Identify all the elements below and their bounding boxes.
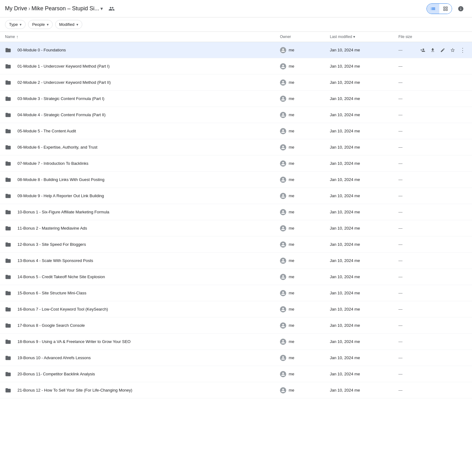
table-row[interactable]: 04-Module 4 - Strategic Content Formula … [0, 107, 472, 123]
table-row[interactable]: 09-Module 9 - Help A Reporter Out Link B… [0, 188, 472, 204]
folder-icon-cell [5, 63, 17, 69]
more-options-button[interactable]: ⋮ [458, 337, 467, 346]
table-row[interactable]: 08-Module 8 - Building Links With Guest … [0, 172, 472, 188]
table-row[interactable]: 05-Module 5 - The Content Audit me Jan 1… [0, 123, 472, 139]
file-name: 04-Module 4 - Strategic Content Formula … [17, 112, 280, 117]
more-options-button[interactable]: ⋮ [458, 321, 467, 330]
file-name: 02-Module 2 - Undercover Keyword Method … [17, 80, 280, 85]
rename-button[interactable] [438, 46, 447, 55]
table-row[interactable]: 12-Bonus 3 - Site Speed For Bloggers me … [0, 236, 472, 253]
last-modified: Jan 10, 2024 me [330, 388, 398, 393]
more-options-button[interactable]: ⋮ [458, 354, 467, 362]
more-options-button[interactable]: ⋮ [458, 111, 467, 119]
row-actions-cell: ⋮ [442, 46, 467, 55]
view-toggle [426, 3, 452, 14]
file-owner: me [280, 387, 330, 393]
last-modified: Jan 10, 2024 me [330, 129, 398, 133]
breadcrumb-chevron-icon[interactable]: ▾ [100, 6, 103, 12]
table-row[interactable]: 02-Module 2 - Undercover Keyword Method … [0, 74, 472, 91]
row-actions-cell: ⋮ [442, 370, 467, 378]
type-filter-button[interactable]: Type ▾ [5, 20, 26, 29]
file-size: — [398, 388, 442, 393]
download-button[interactable] [428, 46, 437, 55]
owner-name: me [289, 64, 294, 69]
more-options-button[interactable]: ⋮ [458, 240, 467, 249]
more-options-button[interactable]: ⋮ [458, 256, 467, 265]
file-owner: me [280, 355, 330, 361]
row-actions: ⋮ [418, 46, 467, 55]
avatar [280, 128, 286, 134]
file-name: 11-Bonus 2 - Mastering Mediavine Ads [17, 226, 280, 231]
more-options-button[interactable]: ⋮ [458, 289, 467, 298]
folder-icon-cell [5, 160, 17, 167]
more-options-button[interactable]: ⋮ [458, 192, 467, 200]
row-actions-cell: ⋮ [442, 175, 467, 184]
file-name: 14-Bonus 5 - Credit Takeoff Niche Site E… [17, 274, 280, 279]
table-row[interactable]: 17-Bonus 8 - Google Search Console me Ja… [0, 317, 472, 334]
table-row[interactable]: 06-Module 6 - Expertise, Authority, and … [0, 139, 472, 155]
more-options-button[interactable]: ⋮ [458, 208, 467, 217]
folder-icon-cell [5, 290, 17, 296]
more-options-button[interactable]: ⋮ [458, 305, 467, 314]
manage-people-button[interactable] [105, 2, 118, 15]
row-actions-cell: ⋮ [442, 273, 467, 281]
people-filter-button[interactable]: People ▾ [28, 20, 52, 29]
owner-column-header: Owner [280, 35, 330, 39]
more-options-button[interactable]: ⋮ [458, 159, 467, 168]
table-row[interactable]: 00-Module 0 - Foundations me Jan 10, 202… [0, 42, 472, 58]
more-options-button[interactable]: ⋮ [458, 224, 467, 233]
more-options-button[interactable]: ⋮ [458, 143, 467, 152]
file-owner: me [280, 371, 330, 377]
avatar [280, 355, 286, 361]
table-row[interactable]: 13-Bonus 4 - Scale With Sponsored Posts … [0, 253, 472, 269]
folder-icon-cell [5, 177, 17, 183]
more-options-button[interactable]: ⋮ [458, 386, 467, 395]
file-size: — [398, 355, 442, 360]
grid-view-button[interactable] [439, 4, 452, 14]
more-options-button[interactable]: ⋮ [458, 46, 467, 55]
star-button[interactable] [448, 46, 457, 55]
owner-name: me [289, 193, 294, 198]
last-modified: Jan 10, 2024 me [330, 64, 398, 69]
file-name: 18-Bonus 9 - Using a VA & Freelance Writ… [17, 339, 280, 344]
table-row[interactable]: 21-Bonus 12 - How To Sell Your Site (For… [0, 382, 472, 398]
table-row[interactable]: 16-Bonus 7 - Low-Cost Keyword Tool (KeyS… [0, 301, 472, 317]
modified-filter-button[interactable]: Modified ▾ [55, 20, 82, 29]
table-row[interactable]: 10-Bonus 1 - Six-Figure Affiliate Market… [0, 204, 472, 220]
modified-column-header[interactable]: Last modified ▾ [330, 35, 398, 39]
list-view-button[interactable] [427, 4, 439, 14]
table-row[interactable]: 20-Bonus 11- Competitor Backlink Analysi… [0, 366, 472, 382]
more-options-button[interactable]: ⋮ [458, 273, 467, 281]
add-person-button[interactable] [418, 46, 427, 55]
type-filter-chevron-icon: ▾ [20, 22, 22, 27]
table-row[interactable]: 03-Module 3 - Strategic Content Formula … [0, 91, 472, 107]
file-name: 20-Bonus 11- Competitor Backlink Analysi… [17, 372, 280, 376]
more-options-button[interactable]: ⋮ [458, 370, 467, 378]
avatar [280, 290, 286, 296]
file-name: 03-Module 3 - Strategic Content Formula … [17, 96, 280, 101]
owner-name: me [289, 274, 294, 279]
breadcrumb-current-folder[interactable]: Mike Pearson – Stupid Si... ▾ [31, 5, 103, 12]
row-actions-cell: ⋮ [442, 305, 467, 314]
more-options-button[interactable]: ⋮ [458, 62, 467, 71]
owner-name: me [289, 307, 294, 312]
table-row[interactable]: 18-Bonus 9 - Using a VA & Freelance Writ… [0, 334, 472, 350]
table-row[interactable]: 19-Bonus 10 - Advanced Ahrefs Lessons me… [0, 350, 472, 366]
more-options-button[interactable]: ⋮ [458, 78, 467, 87]
table-row[interactable]: 14-Bonus 5 - Credit Takeoff Niche Site E… [0, 269, 472, 285]
table-row[interactable]: 11-Bonus 2 - Mastering Mediavine Ads me … [0, 220, 472, 236]
avatar [280, 371, 286, 377]
last-modified: Jan 10, 2024 me [330, 145, 398, 150]
table-row[interactable]: 07-Module 7 - Introduction To Backlinks … [0, 155, 472, 172]
folder-icon-cell [5, 306, 17, 312]
more-options-button[interactable]: ⋮ [458, 127, 467, 136]
more-options-button[interactable]: ⋮ [458, 175, 467, 184]
file-owner: me [280, 177, 330, 183]
table-row[interactable]: 15-Bonus 6 - Site Structure Mini-Class m… [0, 285, 472, 301]
more-options-button[interactable]: ⋮ [458, 94, 467, 103]
name-column-header[interactable]: Name ↑ [5, 34, 280, 39]
breadcrumb-my-drive[interactable]: My Drive [5, 5, 27, 12]
owner-name: me [289, 388, 294, 393]
table-row[interactable]: 01-Module 1 - Undercover Keyword Method … [0, 58, 472, 74]
info-button[interactable] [455, 2, 467, 15]
